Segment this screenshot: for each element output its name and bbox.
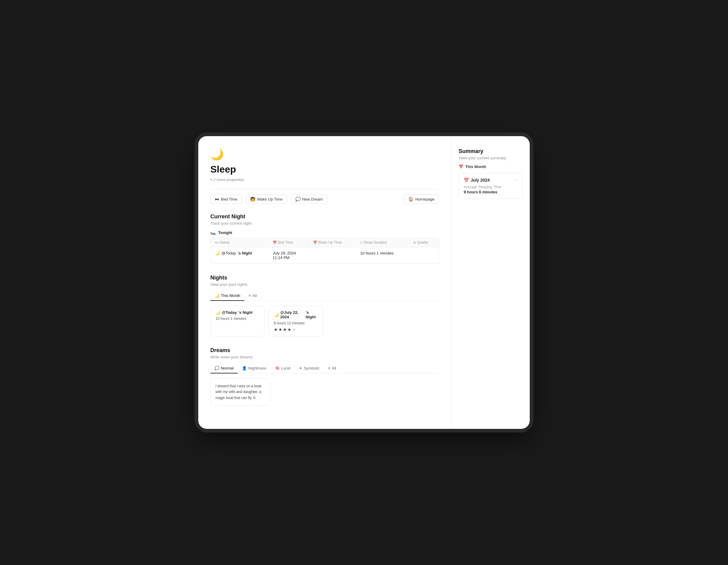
tab-dreams-all-label: All: [332, 366, 336, 370]
calendar-month-icon: 📅: [464, 178, 469, 183]
toolbar: 🛏 Bed Time 🧑 Wake Up Time 💭 New Dream 🏠 …: [210, 194, 439, 204]
dreams-title: Dreams: [210, 347, 439, 353]
home-icon: 🏠: [408, 197, 413, 202]
night-card-july22-stars: ★ ★ ★ ★ ★: [274, 327, 318, 332]
night-card-today-duration: 10 hours 1 minutes: [215, 316, 259, 321]
moon-icon-card1: 🌙: [215, 310, 220, 315]
nights-subtitle: View your past nights: [210, 282, 439, 287]
dream-card[interactable]: I dreamt that I was on a boat with my wi…: [210, 378, 271, 406]
app-icon: 🌙: [210, 148, 439, 161]
current-night-section: Current Night Track your current night 🛌…: [210, 214, 439, 264]
tab-symbolic-label: Symbolic: [304, 366, 320, 370]
tab-normal[interactable]: 💭 Normal: [210, 363, 238, 373]
summary-title: Summary: [459, 148, 522, 155]
summary-tab-label: This Month: [465, 165, 486, 169]
nights-tab-row: 🌙 This Month ≡ All: [210, 291, 439, 301]
night-card-july22-name: 🌙 @July 22, 2024's Night: [274, 310, 318, 319]
star-4: ★: [287, 327, 291, 332]
col-bed-time: 📅 Bed Time: [268, 238, 309, 247]
today-prefix: @Today: [222, 310, 237, 315]
col-sleep-duration: Σ Sleep Duration: [356, 238, 409, 247]
moon-tab-icon: 🌙: [215, 293, 219, 298]
row-name-cell: 🌙 @Today's Night: [211, 247, 268, 264]
tab-symbolic[interactable]: ✦ Symbolic: [295, 363, 324, 373]
tonight-text: Tonight: [218, 231, 232, 235]
table-header-row: Aa Name 📅 Bed Time 📅 Wake Up Time Σ Slee…: [211, 238, 439, 247]
nights-section: Nights View your past nights 🌙 This Mont…: [210, 275, 439, 336]
nights-title: Nights: [210, 275, 439, 281]
current-night-table-wrapper: Aa Name 📅 Bed Time 📅 Wake Up Time Σ Slee…: [210, 238, 439, 264]
header-divider: [210, 189, 439, 190]
night-card-july22[interactable]: 🌙 @July 22, 2024's Night 8 hours 12 minu…: [269, 306, 323, 336]
dreams-subtitle: Write down your dreams: [210, 355, 439, 359]
summary-more-button[interactable]: ···: [514, 178, 518, 183]
bed-time-button[interactable]: 🛏 Bed Time: [210, 194, 242, 204]
new-dream-label: New Dream: [302, 197, 323, 202]
tab-nightmare-label: Nightmare: [248, 366, 266, 370]
current-night-table: Aa Name 📅 Bed Time 📅 Wake Up Time Σ Slee…: [211, 238, 439, 264]
chevron-down-icon: ▾: [210, 178, 212, 182]
app-title: Sleep: [210, 164, 439, 175]
dreams-section: Dreams Write down your dreams 💭 Normal 👤…: [210, 347, 439, 406]
normal-tab-icon: 💭: [215, 366, 219, 370]
star-2: ★: [278, 327, 282, 332]
tonight-label: 🛌 Tonight: [210, 230, 439, 235]
tab-dreams-all[interactable]: ≡ All: [324, 363, 340, 373]
col-name: Aa Name: [211, 238, 268, 247]
july22-prefix: @July 22, 2024: [280, 310, 304, 319]
summary-avg-label: Average Sleeping Time: [464, 185, 517, 189]
nightmare-tab-icon: 👤: [242, 366, 247, 370]
row-name-prefix: @Today: [221, 251, 236, 256]
new-dream-button[interactable]: 💭 New Dream: [291, 194, 328, 204]
tab-this-month[interactable]: 🌙 This Month: [210, 291, 244, 301]
tab-lucid[interactable]: 🧠 Lucid: [271, 363, 295, 373]
row-wake-up: [309, 247, 356, 264]
homepage-label: Homepage: [415, 197, 435, 202]
more-properties-label: 2 more properties: [213, 177, 244, 182]
tab-lucid-label: Lucid: [281, 366, 290, 370]
current-night-title: Current Night: [210, 214, 439, 220]
person-icon: 🧑: [250, 197, 255, 202]
row-quality: [409, 247, 439, 264]
table-row[interactable]: 🌙 @Today's Night July 29, 202411:14 PM 1…: [211, 247, 439, 264]
current-night-subtitle: Track your current night: [210, 221, 439, 226]
moon-icon-card2: 🌙: [274, 312, 279, 317]
list-tab-icon: ≡: [249, 293, 251, 298]
right-panel: Summary View your current summary 📅 This…: [451, 136, 530, 429]
homepage-button[interactable]: 🏠 Homepage: [404, 194, 439, 204]
tab-all[interactable]: ≡ All: [244, 291, 261, 301]
wake-up-time-button[interactable]: 🧑 Wake Up Time: [246, 194, 287, 204]
tab-all-label: All: [253, 293, 257, 298]
col-wake-up: 📅 Wake Up Time: [309, 238, 356, 247]
dreams-tab-row: 💭 Normal 👤 Nightmare 🧠 Lucid ✦ Symbolic: [210, 363, 439, 373]
moon-icon: 🌙: [215, 251, 220, 256]
dream-text: I dreamt that I was on a boat with my wi…: [215, 384, 261, 400]
row-bed-time: July 29, 202411:14 PM: [268, 247, 309, 264]
night-cards-container: 🌙 @Today's Night 10 hours 1 minutes 🌙 @J…: [210, 306, 439, 336]
summary-tab-row: 📅 This Month: [459, 165, 522, 169]
more-properties-toggle[interactable]: ▾ 2 more properties: [210, 177, 439, 182]
summary-month-label: July 2024: [471, 178, 490, 183]
dream-icon: 💭: [295, 197, 300, 202]
star-5: ★: [292, 327, 296, 332]
tab-this-month-label: This Month: [221, 293, 240, 298]
summary-avg-value: 9 hours 6 minutes: [464, 190, 517, 194]
summary-month: 📅 July 2024: [464, 178, 517, 183]
tonight-bed-icon: 🛌: [210, 230, 216, 235]
star-1: ★: [274, 327, 278, 332]
wake-up-label: Wake Up Time: [257, 197, 283, 202]
night-card-today[interactable]: 🌙 @Today's Night 10 hours 1 minutes: [210, 306, 265, 336]
bed-icon: 🛏: [215, 197, 219, 202]
row-sleep-duration: 10 hours 1 minutes: [356, 247, 409, 264]
summary-subtitle: View your current summary: [459, 156, 522, 160]
calendar-summary-icon: 📅: [459, 165, 463, 169]
col-quality: ⊕ Quality: [409, 238, 439, 247]
lucid-tab-icon: 🧠: [275, 366, 280, 370]
row-name-highlight: 's Night: [238, 251, 252, 256]
today-highlight: 's Night: [238, 310, 253, 315]
tab-nightmare[interactable]: 👤 Nightmare: [238, 363, 271, 373]
july22-highlight: 's Night: [306, 310, 318, 319]
bed-time-label: Bed Time: [221, 197, 237, 202]
symbolic-tab-icon: ✦: [299, 366, 302, 370]
summary-card[interactable]: 📅 July 2024 Average Sleeping Time 9 hour…: [459, 173, 522, 199]
